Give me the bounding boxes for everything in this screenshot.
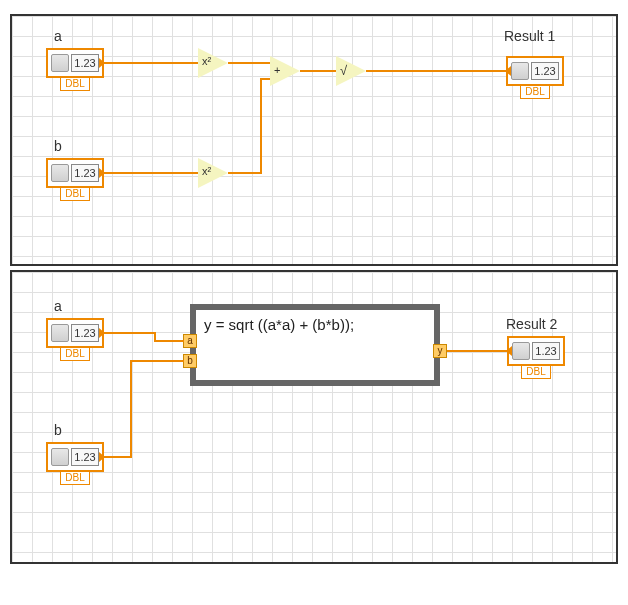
formula-node[interactable]: y = sqrt ((a*a) + (b*b)); — [190, 304, 440, 386]
label-b2: b — [54, 422, 62, 438]
tunnel-y[interactable]: y — [433, 344, 447, 358]
label-result2: Result 2 — [506, 316, 557, 332]
indicator-result1[interactable]: 1.23 DBL — [506, 56, 564, 98]
tunnel-b[interactable]: b — [183, 354, 197, 368]
block-diagram-1: a 1.23 DBL b 1.23 DBL x² x² + √ Result 1 — [10, 14, 618, 266]
control-bezel-icon — [51, 448, 69, 466]
control-b2[interactable]: 1.23 DBL — [46, 442, 104, 484]
label-b: b — [54, 138, 62, 154]
block-diagram-2: a 1.23 DBL b 1.23 DBL y = sqrt ((a*a) + … — [10, 270, 618, 564]
control-bezel-icon — [51, 54, 69, 72]
control-a2[interactable]: 1.23 DBL — [46, 318, 104, 360]
indicator-bezel-icon — [512, 342, 530, 360]
label-a: a — [54, 28, 62, 44]
control-b[interactable]: 1.23 DBL — [46, 158, 104, 200]
label-a2: a — [54, 298, 62, 314]
indicator-bezel-icon — [511, 62, 529, 80]
tunnel-a[interactable]: a — [183, 334, 197, 348]
control-bezel-icon — [51, 164, 69, 182]
control-a[interactable]: 1.23 DBL — [46, 48, 104, 90]
indicator-result2[interactable]: 1.23 DBL — [507, 336, 565, 378]
label-result1: Result 1 — [504, 28, 555, 44]
control-bezel-icon — [51, 324, 69, 342]
